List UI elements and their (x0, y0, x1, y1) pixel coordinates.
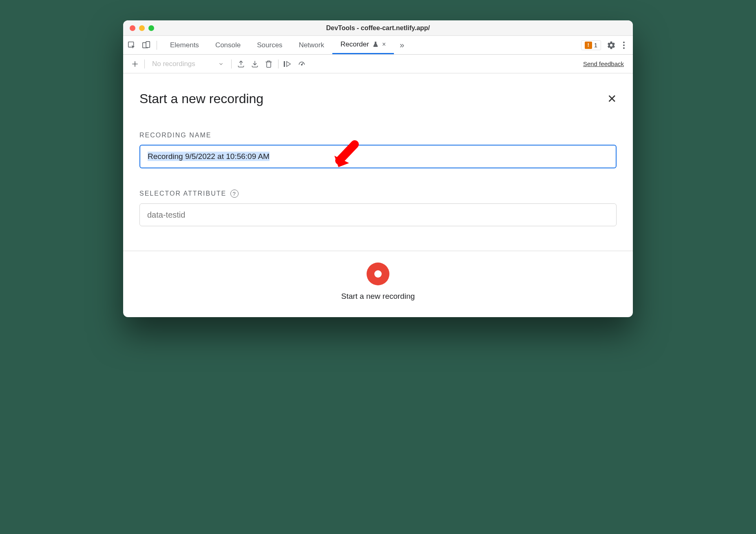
tab-label: Recorder (340, 40, 369, 49)
recorder-toolbar: No recordings Send feedback (123, 55, 633, 73)
divider (278, 60, 279, 68)
trash-icon (265, 60, 273, 68)
inspect-element-icon[interactable] (127, 41, 136, 50)
import-button[interactable] (248, 57, 262, 71)
record-icon (374, 270, 382, 278)
tab-network[interactable]: Network (291, 36, 332, 54)
divider (144, 60, 145, 68)
step-play-icon (283, 60, 292, 68)
start-recording-label: Start a new recording (341, 292, 415, 301)
download-icon (251, 60, 259, 68)
more-options-button[interactable] (621, 42, 626, 49)
help-icon[interactable]: ? (230, 190, 239, 198)
svg-rect-3 (284, 61, 285, 66)
window-minimize-button[interactable] (139, 25, 145, 31)
page-title: Start a new recording (139, 91, 263, 106)
window-close-button[interactable] (130, 25, 135, 31)
dropdown-label: No recordings (152, 60, 195, 68)
close-panel-button[interactable]: ✕ (607, 93, 617, 105)
upload-icon (237, 60, 245, 68)
warning-icon: ! (585, 42, 592, 49)
gear-icon (607, 41, 616, 50)
tab-label: Sources (257, 41, 282, 49)
recorder-panel: Start a new recording ✕ RECORDING NAME R… (123, 73, 633, 251)
replay-button[interactable] (281, 57, 295, 71)
tab-label: Console (215, 41, 241, 49)
replay-settings-button[interactable] (295, 57, 309, 71)
devtools-window: DevTools - coffee-cart.netlify.app/ Elem… (123, 20, 633, 317)
errors-count: 1 (594, 42, 597, 49)
traffic-lights (130, 25, 154, 31)
device-toolbar-icon[interactable] (142, 41, 151, 50)
tab-console[interactable]: Console (207, 36, 249, 54)
titlebar: DevTools - coffee-cart.netlify.app/ (123, 20, 633, 36)
footer: Start a new recording (123, 251, 633, 317)
divider (231, 60, 232, 68)
recordings-dropdown[interactable]: No recordings (147, 60, 229, 68)
selector-attribute-input[interactable] (139, 203, 617, 226)
selector-label-text: SELECTOR ATTRIBUTE (139, 190, 226, 197)
tab-recorder[interactable]: Recorder × (332, 36, 394, 54)
start-recording-button[interactable] (367, 263, 389, 285)
errors-badge[interactable]: ! 1 (581, 40, 601, 50)
delete-button[interactable] (262, 57, 276, 71)
window-maximize-button[interactable] (148, 25, 154, 31)
more-tabs-button[interactable]: » (394, 36, 410, 54)
divider (157, 41, 157, 50)
close-tab-icon[interactable]: × (382, 41, 386, 48)
tab-label: Network (299, 41, 324, 49)
settings-button[interactable] (607, 41, 616, 50)
send-feedback-link[interactable]: Send feedback (583, 60, 628, 67)
tab-sources[interactable]: Sources (249, 36, 290, 54)
speed-icon (297, 60, 306, 68)
window-title: DevTools - coffee-cart.netlify.app/ (326, 24, 430, 32)
export-button[interactable] (234, 57, 248, 71)
tab-label: Elements (170, 41, 199, 49)
recording-name-label: RECORDING NAME (139, 132, 617, 139)
svg-rect-2 (146, 41, 150, 47)
add-recording-button[interactable] (128, 57, 142, 71)
recording-name-input[interactable] (139, 145, 617, 168)
flask-icon (372, 41, 379, 48)
chevron-down-icon (218, 61, 224, 67)
devtools-tabbar: Elements Console Sources Network Recorde… (123, 36, 633, 55)
tab-elements[interactable]: Elements (162, 36, 207, 54)
selector-attribute-label: SELECTOR ATTRIBUTE ? (139, 190, 617, 198)
